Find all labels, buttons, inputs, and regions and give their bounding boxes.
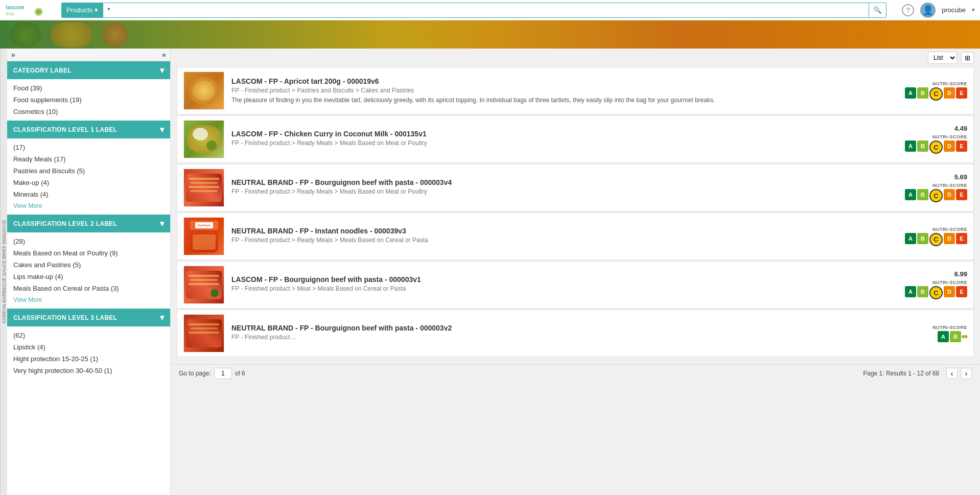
filter-view-more-classification1[interactable]: View More <box>13 200 164 211</box>
filter-item[interactable]: (17) <box>13 142 164 153</box>
filter-item[interactable]: (28) <box>13 235 164 247</box>
product-title[interactable]: NEUTRAL BRAND - FP - Instant noodles - 0… <box>231 227 899 235</box>
filter-section-category-collapse[interactable]: ▾ <box>160 65 164 75</box>
products-dropdown-icon: ▾ <box>95 6 98 14</box>
nutri-score: NUTRI-SCORE A B <box>932 325 967 342</box>
filter-item[interactable]: Very hight protection 30-40-50 (1) <box>13 365 164 376</box>
search-submit-btn[interactable]: 🔍 <box>869 3 886 18</box>
view-options-btn[interactable]: ⊞ <box>961 52 974 64</box>
filter-item[interactable]: Make-up (4) <box>13 177 164 188</box>
logo-svg: lascom lime <box>5 3 46 18</box>
filter-item[interactable]: Meals Based on Meat or Poultry (9) <box>13 247 164 259</box>
nutri-badge-b: B <box>917 87 928 99</box>
filter-section-classification1-title: CLASSIFICATION LEVEL 1 LABEL <box>13 126 117 133</box>
search-input[interactable] <box>103 3 869 18</box>
filter-section-classification2-collapse[interactable]: ▾ <box>160 219 164 228</box>
product-card[interactable]: NEUTRAL BRAND - FP - Bourguignon beef wi… <box>177 310 974 357</box>
filter-item[interactable]: Minerals (4) <box>13 188 164 200</box>
user-label[interactable]: procube <box>942 6 966 14</box>
product-title[interactable]: NEUTRAL BRAND - FP - Bourguignon beef wi… <box>231 178 899 186</box>
help-button[interactable]: ? <box>902 4 914 16</box>
product-right: 4.49 NUTRI-SCORE A B C D E <box>905 125 967 154</box>
product-title[interactable]: LASCOM - FP - Apricot tart 200g - 000019… <box>231 77 899 85</box>
filter-section-classification1-header[interactable]: CLASSIFICATION LEVEL 1 LABEL ▾ <box>7 121 170 138</box>
product-info: NEUTRAL BRAND - FP - Instant noodles - 0… <box>231 227 899 246</box>
filter-item[interactable]: Ready Meals (17) <box>13 153 164 165</box>
nutri-badge-e: E <box>956 286 967 297</box>
sidebar-collapse-icon[interactable]: « <box>162 51 166 59</box>
filter-item[interactable]: Cosmetics (10) <box>13 106 164 117</box>
nutri-badge-a: A <box>905 140 916 152</box>
user-avatar[interactable]: 👤 <box>920 3 936 18</box>
nutri-badge-c: C <box>929 189 943 202</box>
nutri-badge-a: A <box>905 233 916 244</box>
nutri-score: NUTRI-SCORE A B C D E <box>905 227 967 246</box>
results-label: Page 1: Results 1 - 12 of 68 <box>863 370 939 377</box>
nutri-score-label: NUTRI-SCORE <box>932 183 967 188</box>
products-dropdown-btn[interactable]: Products ▾ <box>61 3 103 18</box>
product-title[interactable]: LASCOM - FP - Bourguignon beef with past… <box>231 275 899 284</box>
sidebar-expand-icon[interactable]: » <box>11 51 15 59</box>
go-to-page: Go to page: of 6 <box>179 368 245 379</box>
view-mode-select[interactable]: List Grid <box>928 52 957 64</box>
filter-section-classification3-header[interactable]: CLASSIFICATION LEVEL 3 LABEL ▾ <box>7 309 170 326</box>
filter-section-classification2-header[interactable]: CLASSIFICATION LEVEL 2 LABEL ▾ <box>7 215 170 232</box>
product-title[interactable]: NEUTRAL BRAND - FP - Bourguignon beef wi… <box>231 324 905 332</box>
help-icon: ? <box>906 6 911 14</box>
svg-point-3 <box>36 9 41 14</box>
filter-view-more-classification2[interactable]: View More <box>13 294 164 305</box>
nutri-badge-d: D <box>944 189 955 200</box>
product-card[interactable]: LASCOM - FP - Bourguignon beef with past… <box>177 261 974 309</box>
nutri-badge-c: C <box>929 140 943 154</box>
nutri-badge-b: B <box>917 189 928 200</box>
user-dropdown-icon[interactable]: ▾ <box>972 7 975 13</box>
search-bar: Products ▾ 🔍 <box>61 3 886 18</box>
nutri-score-badges: A B <box>938 331 967 342</box>
logo[interactable]: lascom lime <box>5 3 46 18</box>
product-check-icon: ✓ <box>186 148 192 156</box>
filter-item[interactable]: (62) <box>13 329 164 341</box>
nutri-badge-d: D <box>944 286 955 297</box>
filter-section-classification1-collapse[interactable]: ▾ <box>160 125 164 134</box>
filter-section-classification2: CLASSIFICATION LEVEL 2 LABEL ▾ (28) Meal… <box>7 215 170 309</box>
filter-item[interactable]: Food (39) <box>13 82 164 94</box>
product-right: NUTRI-SCORE A B C D E <box>905 227 967 246</box>
product-card[interactable]: NEUTRAL BRAND - FP - Bourguignon beef wi… <box>177 164 974 211</box>
nutri-badge-b: B <box>917 233 928 244</box>
product-title[interactable]: LASCOM - FP - Chicken Curry in Coconut M… <box>231 130 899 138</box>
product-category: FP - Finished product > Ready Meals > Me… <box>231 139 899 147</box>
nutri-score: NUTRI-SCORE A B C D E <box>905 81 967 101</box>
nutri-score-label: NUTRI-SCORE <box>932 134 967 139</box>
product-description: The pleasure of finding in you the inevi… <box>231 96 899 105</box>
product-category: FP - Finished product > Ready Meals > Me… <box>231 237 899 244</box>
filter-item[interactable]: Hight protection 15-20-25 (1) <box>13 353 164 365</box>
filter-section-classification2-title: CLASSIFICATION LEVEL 2 LABEL <box>13 220 117 227</box>
nutri-badge-b: B <box>950 331 961 342</box>
filter-item[interactable]: Lipstick (4) <box>13 341 164 353</box>
filter-section-classification2-items: (28) Meals Based on Meat or Poultry (9) … <box>7 232 170 309</box>
nutri-badge-a: A <box>938 331 949 342</box>
view-select: List Grid <box>928 52 957 64</box>
main-topbar: List Grid ⊞ <box>171 49 980 67</box>
product-right: 6.99 NUTRI-SCORE A B C D E <box>905 270 967 299</box>
product-right: NUTRI-SCORE A B <box>911 325 967 342</box>
filter-item[interactable]: Meals Based on Cereal or Pasta (3) <box>13 282 164 294</box>
filter-item[interactable]: Pastries and Biscuits (5) <box>13 165 164 177</box>
product-right: 5.69 NUTRI-SCORE A B C D E <box>905 173 967 202</box>
filter-section-category-header[interactable]: CATEGORY LABEL ▾ <box>7 61 170 79</box>
next-page-btn[interactable]: › <box>961 368 972 379</box>
product-card[interactable]: ✓ LASCOM - FP - Apricot tart 200g - 0000… <box>177 67 974 114</box>
filter-section-classification3-collapse[interactable]: ▾ <box>160 313 164 322</box>
product-card[interactable]: ✓ LASCOM - FP - Chicken Curry in Coconut… <box>177 115 974 163</box>
page-number-input[interactable] <box>214 368 232 379</box>
product-image: YumYum <box>183 217 224 255</box>
filter-item[interactable]: Food supplements (19) <box>13 94 164 106</box>
filter-item[interactable]: Lips make-up (4) <box>13 271 164 282</box>
nutri-score-badges: A B C D E <box>905 189 967 202</box>
product-card[interactable]: YumYum NEUTRAL BRAND - FP - Instant nood… <box>177 213 974 260</box>
prev-page-btn[interactable]: ‹ <box>946 368 958 379</box>
filter-item[interactable]: Cakes and Pastries (5) <box>13 259 164 271</box>
main-content: List Grid ⊞ ✓ <box>171 49 980 495</box>
filter-section-classification1-items: (17) Ready Meals (17) Pastries and Biscu… <box>7 138 170 215</box>
product-image <box>183 314 224 352</box>
